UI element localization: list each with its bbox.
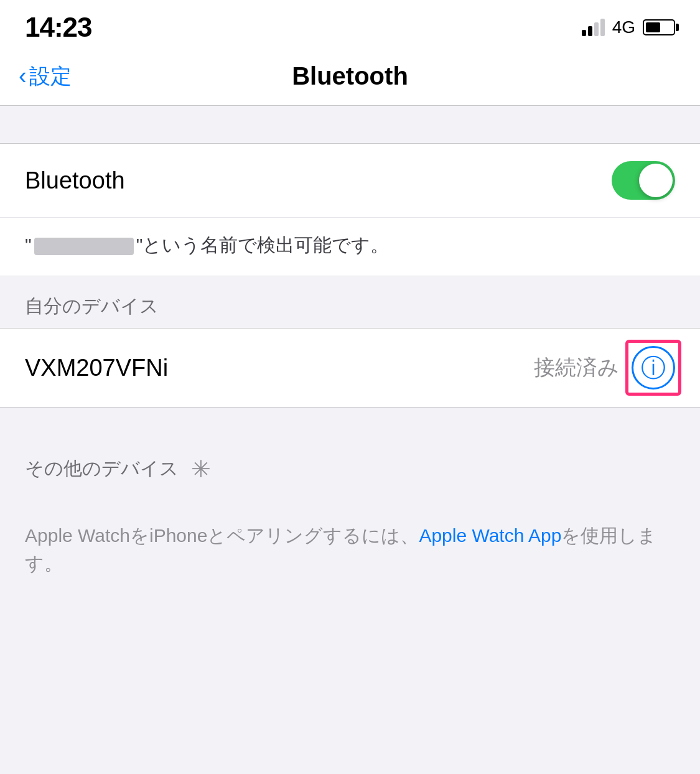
discovery-text: ""という名前で検出可能です。 [25, 235, 389, 255]
back-chevron-icon: ‹ [19, 64, 27, 88]
mid-spacer [0, 408, 700, 439]
device-status: 接続済み [534, 353, 619, 382]
device-right: 接続済み ⓘ [534, 346, 675, 389]
bluetooth-toggle-label: Bluetooth [25, 167, 125, 194]
other-devices-section: その他のデバイス ✳︎ [0, 439, 700, 490]
bluetooth-toggle[interactable] [612, 161, 675, 200]
my-devices-label: 自分のデバイス [25, 296, 159, 316]
pairing-text-before: Apple WatchをiPhoneとペアリングするには、 [25, 525, 419, 546]
status-bar: 14:23 4G [0, 0, 700, 50]
bluetooth-toggle-row: Bluetooth [0, 143, 700, 218]
pairing-section: Apple WatchをiPhoneとペアリングするには、Apple Watch… [0, 509, 700, 602]
back-button[interactable]: ‹ 設定 [19, 62, 72, 91]
discovery-row: ""という名前で検出可能です。 [0, 218, 700, 276]
status-icons: 4G [582, 17, 675, 37]
toggle-knob [639, 164, 673, 197]
battery-icon [643, 19, 675, 35]
top-spacer [0, 106, 700, 143]
loading-spinner-icon: ✳︎ [191, 457, 211, 481]
apple-watch-app-link[interactable]: Apple Watch App [419, 525, 561, 546]
info-button-wrapper: ⓘ [632, 346, 675, 389]
nav-bar: ‹ 設定 Bluetooth [0, 50, 700, 106]
device-name-blurred [34, 238, 134, 255]
signal-icon [582, 19, 605, 36]
back-label: 設定 [29, 62, 72, 91]
info-button[interactable]: ⓘ [632, 346, 675, 389]
pairing-text: Apple WatchをiPhoneとペアリングするには、Apple Watch… [25, 521, 675, 577]
other-devices-label: その他のデバイス [25, 456, 179, 482]
my-devices-header: 自分のデバイス [0, 276, 700, 328]
device-row[interactable]: VXM207VFNi 接続済み ⓘ [0, 328, 700, 408]
page-title: Bluetooth [292, 62, 408, 90]
status-time: 14:23 [25, 12, 92, 43]
device-name: VXM207VFNi [25, 355, 168, 381]
network-label: 4G [612, 17, 635, 37]
lower-spacer [0, 490, 700, 509]
